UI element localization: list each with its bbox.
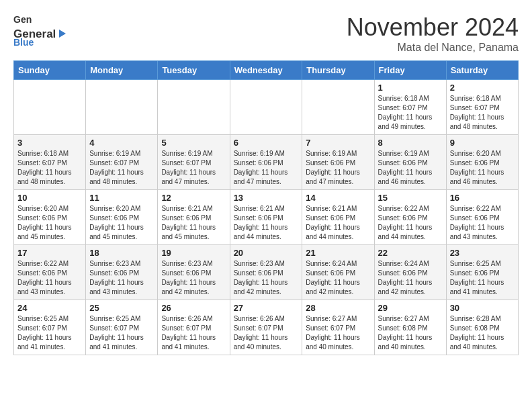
calendar-cell: 26Sunrise: 6:26 AMSunset: 6:07 PMDayligh… [158, 300, 230, 355]
day-info: Sunrise: 6:21 AMSunset: 6:06 PMDaylight:… [306, 204, 370, 242]
day-info: Sunrise: 6:24 AMSunset: 6:06 PMDaylight:… [306, 259, 370, 297]
calendar-table: SundayMondayTuesdayWednesdayThursdayFrid… [13, 60, 519, 355]
calendar-cell: 16Sunrise: 6:22 AMSunset: 6:06 PMDayligh… [446, 190, 518, 245]
calendar-cell: 10Sunrise: 6:20 AMSunset: 6:06 PMDayligh… [14, 190, 86, 245]
day-info: Sunrise: 6:26 AMSunset: 6:07 PMDaylight:… [234, 314, 299, 352]
logo-area: General General Blue [13, 13, 74, 46]
day-number: 17 [17, 248, 82, 258]
weekday-header: Sunday [14, 61, 86, 80]
svg-text:Blue: Blue [13, 37, 34, 46]
day-info: Sunrise: 6:19 AMSunset: 6:07 PMDaylight:… [89, 149, 154, 187]
calendar-cell: 30Sunrise: 6:28 AMSunset: 6:08 PMDayligh… [446, 300, 518, 355]
day-info: Sunrise: 6:19 AMSunset: 6:06 PMDaylight:… [234, 149, 299, 187]
calendar-cell: 28Sunrise: 6:27 AMSunset: 6:07 PMDayligh… [302, 300, 374, 355]
day-info: Sunrise: 6:18 AMSunset: 6:07 PMDaylight:… [378, 94, 443, 132]
day-number: 6 [234, 138, 299, 148]
calendar-cell: 1Sunrise: 6:18 AMSunset: 6:07 PMDaylight… [374, 80, 446, 135]
location-title: Mata del Nance, Panama [347, 42, 519, 54]
calendar-cell: 22Sunrise: 6:24 AMSunset: 6:06 PMDayligh… [374, 245, 446, 300]
day-info: Sunrise: 6:22 AMSunset: 6:06 PMDaylight:… [450, 204, 515, 242]
calendar-cell [302, 80, 374, 135]
day-info: Sunrise: 6:19 AMSunset: 6:07 PMDaylight:… [161, 149, 226, 187]
day-number: 25 [89, 303, 154, 313]
calendar-cell: 9Sunrise: 6:20 AMSunset: 6:06 PMDaylight… [446, 135, 518, 190]
calendar-cell: 2Sunrise: 6:18 AMSunset: 6:07 PMDaylight… [446, 80, 518, 135]
day-info: Sunrise: 6:27 AMSunset: 6:08 PMDaylight:… [378, 314, 443, 352]
day-number: 30 [450, 303, 515, 313]
day-number: 16 [450, 193, 515, 203]
day-number: 3 [17, 138, 82, 148]
day-number: 27 [234, 303, 299, 313]
calendar-cell [158, 80, 230, 135]
calendar-cell: 5Sunrise: 6:19 AMSunset: 6:07 PMDaylight… [158, 135, 230, 190]
day-number: 19 [161, 248, 226, 258]
title-area: November 2024 Mata del Nance, Panama [347, 13, 519, 54]
calendar-week-row: 10Sunrise: 6:20 AMSunset: 6:06 PMDayligh… [14, 190, 519, 245]
weekday-header: Friday [374, 61, 446, 80]
day-info: Sunrise: 6:20 AMSunset: 6:06 PMDaylight:… [89, 204, 154, 242]
day-number: 26 [161, 303, 226, 313]
day-number: 1 [378, 83, 443, 93]
header-row: SundayMondayTuesdayWednesdayThursdayFrid… [14, 61, 519, 80]
day-number: 21 [306, 248, 370, 258]
day-info: Sunrise: 6:23 AMSunset: 6:06 PMDaylight:… [234, 259, 299, 297]
day-number: 4 [89, 138, 154, 148]
day-info: Sunrise: 6:26 AMSunset: 6:07 PMDaylight:… [161, 314, 226, 352]
page: General General Blue November 2024 Mata … [0, 0, 532, 362]
day-info: Sunrise: 6:23 AMSunset: 6:06 PMDaylight:… [89, 259, 154, 297]
day-info: Sunrise: 6:20 AMSunset: 6:06 PMDaylight:… [450, 149, 515, 187]
day-number: 9 [450, 138, 515, 148]
day-info: Sunrise: 6:18 AMSunset: 6:07 PMDaylight:… [450, 94, 515, 132]
day-info: Sunrise: 6:20 AMSunset: 6:06 PMDaylight:… [17, 204, 82, 242]
day-number: 29 [378, 303, 443, 313]
day-info: Sunrise: 6:24 AMSunset: 6:06 PMDaylight:… [378, 259, 443, 297]
calendar-cell: 25Sunrise: 6:25 AMSunset: 6:07 PMDayligh… [86, 300, 158, 355]
day-info: Sunrise: 6:18 AMSunset: 6:07 PMDaylight:… [17, 149, 82, 187]
calendar-cell: 12Sunrise: 6:21 AMSunset: 6:06 PMDayligh… [158, 190, 230, 245]
day-number: 22 [378, 248, 443, 258]
day-info: Sunrise: 6:25 AMSunset: 6:07 PMDaylight:… [89, 314, 154, 352]
day-number: 18 [89, 248, 154, 258]
weekday-header: Wednesday [230, 61, 302, 80]
calendar-cell: 8Sunrise: 6:19 AMSunset: 6:06 PMDaylight… [374, 135, 446, 190]
svg-marker-2 [59, 30, 66, 38]
logo-combined: General Blue [13, 26, 74, 46]
calendar-cell: 17Sunrise: 6:22 AMSunset: 6:06 PMDayligh… [14, 245, 86, 300]
day-number: 20 [234, 248, 299, 258]
day-info: Sunrise: 6:22 AMSunset: 6:06 PMDaylight:… [378, 204, 443, 242]
day-number: 11 [89, 193, 154, 203]
header: General General Blue November 2024 Mata … [13, 13, 519, 54]
calendar-cell: 27Sunrise: 6:26 AMSunset: 6:07 PMDayligh… [230, 300, 302, 355]
day-info: Sunrise: 6:19 AMSunset: 6:06 PMDaylight:… [378, 149, 443, 187]
calendar-cell: 7Sunrise: 6:19 AMSunset: 6:06 PMDaylight… [302, 135, 374, 190]
weekday-header: Thursday [302, 61, 374, 80]
calendar-cell: 23Sunrise: 6:25 AMSunset: 6:06 PMDayligh… [446, 245, 518, 300]
calendar-cell: 20Sunrise: 6:23 AMSunset: 6:06 PMDayligh… [230, 245, 302, 300]
calendar-cell: 3Sunrise: 6:18 AMSunset: 6:07 PMDaylight… [14, 135, 86, 190]
day-number: 7 [306, 138, 370, 148]
calendar-cell: 24Sunrise: 6:25 AMSunset: 6:07 PMDayligh… [14, 300, 86, 355]
day-info: Sunrise: 6:25 AMSunset: 6:06 PMDaylight:… [450, 259, 515, 297]
calendar-cell: 11Sunrise: 6:20 AMSunset: 6:06 PMDayligh… [86, 190, 158, 245]
day-number: 28 [306, 303, 370, 313]
calendar-cell: 13Sunrise: 6:21 AMSunset: 6:06 PMDayligh… [230, 190, 302, 245]
day-number: 5 [161, 138, 226, 148]
calendar-cell: 19Sunrise: 6:23 AMSunset: 6:06 PMDayligh… [158, 245, 230, 300]
weekday-header: Tuesday [158, 61, 230, 80]
day-number: 14 [306, 193, 370, 203]
day-info: Sunrise: 6:25 AMSunset: 6:07 PMDaylight:… [17, 314, 82, 352]
day-number: 24 [17, 303, 82, 313]
day-number: 15 [378, 193, 443, 203]
calendar-cell: 6Sunrise: 6:19 AMSunset: 6:06 PMDaylight… [230, 135, 302, 190]
calendar-week-row: 17Sunrise: 6:22 AMSunset: 6:06 PMDayligh… [14, 245, 519, 300]
day-number: 23 [450, 248, 515, 258]
day-info: Sunrise: 6:28 AMSunset: 6:08 PMDaylight:… [450, 314, 515, 352]
logo-svg: General Blue [13, 26, 74, 46]
weekday-header: Saturday [446, 61, 518, 80]
calendar-cell: 15Sunrise: 6:22 AMSunset: 6:06 PMDayligh… [374, 190, 446, 245]
calendar-week-row: 24Sunrise: 6:25 AMSunset: 6:07 PMDayligh… [14, 300, 519, 355]
day-info: Sunrise: 6:27 AMSunset: 6:07 PMDaylight:… [306, 314, 370, 352]
day-number: 10 [17, 193, 82, 203]
calendar-cell: 4Sunrise: 6:19 AMSunset: 6:07 PMDaylight… [86, 135, 158, 190]
calendar-cell: 29Sunrise: 6:27 AMSunset: 6:08 PMDayligh… [374, 300, 446, 355]
